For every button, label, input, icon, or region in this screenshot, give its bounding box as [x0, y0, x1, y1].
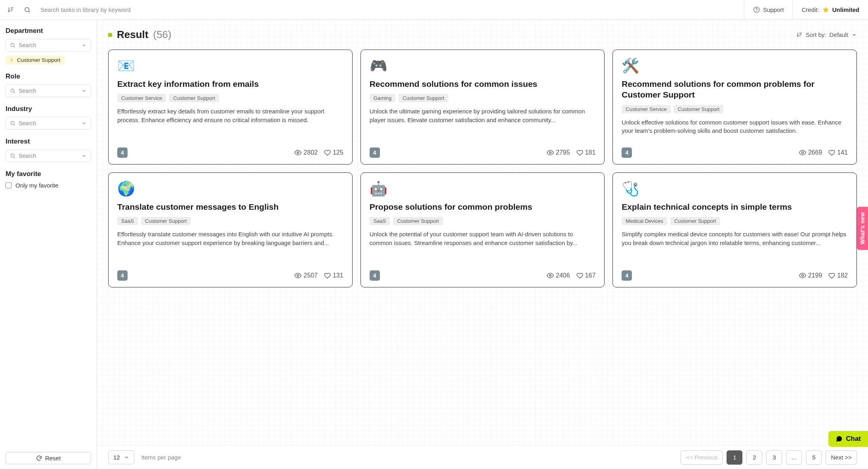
pager-page-5[interactable]: 5 [806, 450, 822, 465]
task-card[interactable]: 🛠️ Recommend solutions for common proble… [612, 50, 857, 165]
task-card[interactable]: 📧 Extract key information from emails Cu… [108, 50, 353, 165]
likes-stat: 125 [324, 149, 343, 156]
industry-search[interactable]: Search [6, 117, 91, 130]
heart-icon [576, 272, 583, 279]
svg-marker-3 [823, 7, 828, 12]
search-input[interactable] [40, 6, 744, 13]
only-favorite-checkbox-row[interactable]: Only my favorite [6, 182, 91, 189]
filter-heading: Role [6, 73, 91, 80]
card-tag[interactable]: Customer Support [399, 94, 448, 102]
pager-next[interactable]: Next >> [826, 450, 857, 465]
heart-icon [324, 272, 331, 279]
sort-by-dropdown[interactable]: Sort by: Default [796, 31, 857, 38]
help-circle-icon [753, 6, 760, 13]
card-tag[interactable]: Customer Service [117, 94, 166, 102]
svg-point-11 [297, 275, 299, 277]
card-title: Translate customer messages to English [117, 201, 343, 212]
per-page-label: Items per page [141, 454, 181, 461]
card-tag[interactable]: SaaS [117, 217, 138, 225]
remove-chip-icon[interactable] [10, 58, 14, 62]
card-title: Explain technical concepts in simple ter… [622, 201, 848, 212]
rating-badge: 4 [117, 147, 128, 158]
card-tag[interactable]: Customer Support [169, 94, 219, 102]
whats-new-tab[interactable]: What's new [857, 207, 868, 250]
result-marker-icon [108, 33, 112, 37]
search-icon [10, 153, 15, 159]
pager-page-2[interactable]: 2 [746, 450, 762, 465]
card-tag[interactable]: Customer Support [141, 217, 191, 225]
result-title: Result [117, 29, 148, 41]
task-card[interactable]: 🎮 Recommend solutions for common issues … [361, 50, 605, 165]
likes-stat: 141 [828, 149, 848, 156]
card-tag[interactable]: Customer Support [670, 217, 720, 225]
search-icon[interactable] [24, 6, 31, 13]
card-icon: 📧 [117, 59, 343, 73]
card-footer: 4 2802 125 [117, 147, 343, 158]
card-tag[interactable]: Customer Support [393, 217, 443, 225]
heart-icon [828, 272, 835, 279]
card-tag[interactable]: SaaS [370, 217, 390, 225]
per-page-value: 12 [113, 454, 120, 461]
svg-point-10 [801, 152, 803, 154]
views-stat: 2406 [547, 272, 570, 279]
chevron-down-icon [81, 121, 87, 126]
rating-badge: 4 [370, 270, 380, 281]
card-tag[interactable]: Customer Service [622, 105, 670, 113]
filter-department: Department Search Customer Support [6, 27, 91, 65]
task-card[interactable]: 🌍 Translate customer messages to English… [108, 172, 353, 287]
eye-icon [799, 272, 806, 279]
sort-descending-icon[interactable] [7, 6, 14, 13]
pagination-footer: 12 Items per page << Previous123...5Next… [97, 445, 868, 469]
card-icon: 🛠️ [622, 59, 848, 73]
card-tags: Medical DevicesCustomer Support [622, 217, 848, 225]
card-footer: 4 2199 182 [622, 270, 848, 281]
pager-previous[interactable]: << Previous [681, 450, 723, 465]
card-icon: 🌍 [117, 182, 343, 196]
department-search[interactable]: Search [6, 39, 91, 52]
card-tag[interactable]: Medical Devices [622, 217, 667, 225]
items-per-page-select[interactable]: 12 [108, 450, 134, 464]
task-card[interactable]: 🤖 Propose solutions for common problems … [361, 172, 605, 287]
likes-stat: 182 [828, 272, 848, 279]
topbar: Support Credit: Unlimited [0, 0, 868, 20]
filter-heading: My favorite [6, 170, 91, 178]
chat-button[interactable]: Chat [828, 431, 868, 447]
chevron-down-icon [81, 153, 87, 159]
filter-chip-customer-support[interactable]: Customer Support [6, 56, 65, 65]
placeholder: Search [19, 153, 36, 159]
card-tag[interactable]: Customer Support [674, 105, 724, 113]
placeholder: Search [19, 42, 36, 48]
card-description: Effortlessly translate customer messages… [117, 230, 343, 264]
card-description: Effortlessly extract key details from cu… [117, 107, 343, 141]
support-link[interactable]: Support [744, 0, 793, 20]
eye-icon [799, 149, 806, 156]
filter-heading: Industry [6, 105, 91, 113]
svg-point-13 [801, 275, 803, 277]
support-label: Support [763, 6, 784, 13]
chevron-down-icon [851, 32, 857, 38]
task-card[interactable]: 🩺 Explain technical concepts in simple t… [612, 172, 857, 287]
heart-icon [828, 149, 835, 156]
pager-page-3[interactable]: 3 [766, 450, 782, 465]
card-tag[interactable]: Gaming [370, 94, 396, 102]
svg-point-9 [549, 152, 551, 154]
card-title: Propose solutions for common problems [370, 201, 596, 212]
interest-search[interactable]: Search [6, 149, 91, 162]
filter-favorite: My favorite Only my favorite [6, 170, 91, 189]
placeholder: Search [19, 120, 36, 126]
views-stat: 2199 [799, 272, 822, 279]
credit-display: Credit: Unlimited [793, 0, 868, 20]
chat-label: Chat [846, 435, 861, 443]
result-header: Result (56) Sort by: Default [108, 29, 857, 41]
role-search[interactable]: Search [6, 84, 91, 97]
card-footer: 4 2406 167 [370, 270, 596, 281]
only-favorite-checkbox[interactable] [6, 182, 11, 188]
eye-icon [294, 149, 301, 156]
pager-page-1[interactable]: 1 [727, 450, 742, 465]
cards-grid: 📧 Extract key information from emails Cu… [108, 50, 857, 287]
filter-heading: Department [6, 27, 91, 35]
reset-button[interactable]: Reset [6, 452, 91, 464]
card-description: Unlock effective solutions for common cu… [622, 118, 848, 141]
search-icon [10, 88, 15, 94]
svg-point-12 [549, 275, 551, 277]
